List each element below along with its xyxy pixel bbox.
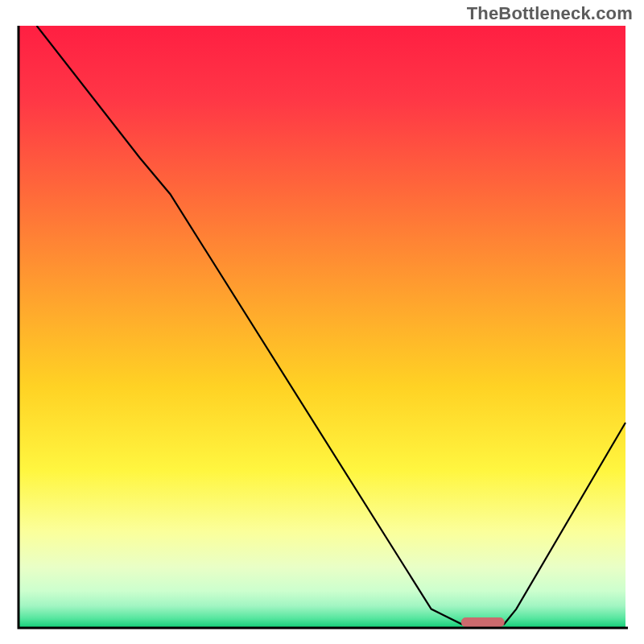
plot-svg xyxy=(16,26,628,630)
chart-canvas: TheBottleneck.com xyxy=(0,0,644,644)
plot-area xyxy=(16,26,628,630)
optimum-marker xyxy=(461,618,504,627)
watermark-text: TheBottleneck.com xyxy=(467,3,633,24)
gradient-fill xyxy=(19,26,625,627)
